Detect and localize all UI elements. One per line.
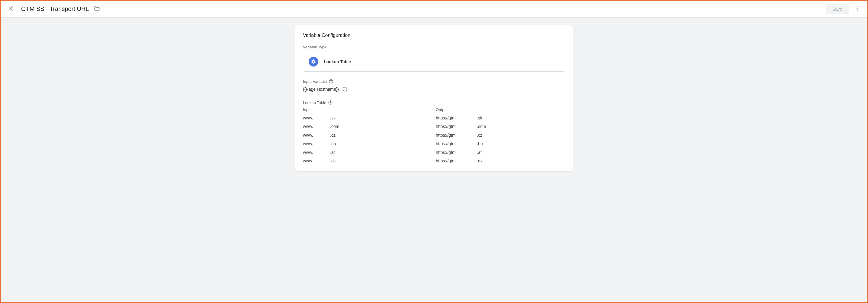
output-cell: https://gtm..com bbox=[436, 123, 565, 130]
output-suffix: .cz bbox=[477, 132, 482, 138]
input-cell: www..dk bbox=[303, 158, 436, 164]
variable-type-label-text: Variable Type bbox=[303, 45, 327, 49]
lookup-table-label: Lookup Table bbox=[303, 100, 565, 105]
close-button[interactable] bbox=[5, 3, 17, 15]
output-prefix: https://gtm. bbox=[436, 140, 477, 147]
editor-header: GTM SS - Transport URL Save bbox=[1, 1, 867, 18]
input-prefix: www. bbox=[303, 149, 330, 156]
input-variable-label: Input Variable bbox=[303, 79, 565, 84]
folder-icon bbox=[94, 5, 100, 13]
output-cell: https://gtm..hu bbox=[436, 140, 565, 147]
more-menu-button[interactable] bbox=[851, 3, 863, 15]
page-title[interactable]: GTM SS - Transport URL bbox=[21, 5, 89, 12]
output-suffix: .hu bbox=[477, 140, 483, 147]
variable-type-selector[interactable]: Lookup Table bbox=[303, 52, 565, 72]
gear-icon bbox=[309, 57, 318, 66]
info-icon[interactable] bbox=[342, 86, 348, 92]
variable-type-name: Lookup Table bbox=[324, 59, 351, 64]
output-suffix: .com bbox=[477, 123, 486, 130]
input-variable-value: {{Page Hostname}} bbox=[303, 87, 339, 92]
help-icon[interactable] bbox=[329, 79, 334, 84]
input-cell: www..at bbox=[303, 149, 436, 156]
lookup-table-body: www..skhttps://gtm..skwww..comhttps://gt… bbox=[303, 114, 565, 165]
input-suffix: .sk bbox=[330, 115, 336, 121]
input-suffix: .com bbox=[330, 123, 339, 130]
input-suffix: .hu bbox=[330, 140, 336, 147]
more-vert-icon bbox=[854, 5, 860, 13]
input-variable-row: {{Page Hostname}} bbox=[303, 86, 565, 92]
table-row: www..czhttps://gtm..cz bbox=[303, 131, 565, 139]
input-variable-label-text: Input Variable bbox=[303, 79, 327, 84]
column-header-output: Output bbox=[436, 107, 565, 112]
input-cell: www..cz bbox=[303, 132, 436, 138]
variable-type-label: Variable Type bbox=[303, 45, 565, 49]
input-prefix: www. bbox=[303, 140, 330, 147]
input-suffix: .dk bbox=[330, 158, 336, 164]
input-prefix: www. bbox=[303, 123, 330, 130]
input-cell: www..hu bbox=[303, 140, 436, 147]
content-area: Variable Configuration Variable Type Loo… bbox=[1, 18, 867, 302]
svg-point-6 bbox=[331, 82, 331, 83]
input-suffix: .cz bbox=[330, 132, 336, 138]
variable-config-card: Variable Configuration Variable Type Loo… bbox=[295, 25, 573, 171]
table-row: www..skhttps://gtm..sk bbox=[303, 114, 565, 122]
output-cell: https://gtm..dk bbox=[436, 158, 565, 164]
input-prefix: www. bbox=[303, 132, 330, 138]
svg-point-3 bbox=[857, 8, 858, 9]
lookup-table-headers: Input Output bbox=[303, 107, 565, 112]
input-prefix: www. bbox=[303, 158, 330, 164]
output-cell: https://gtm..sk bbox=[436, 115, 565, 121]
card-title: Variable Configuration bbox=[303, 33, 565, 38]
output-cell: https://gtm..at bbox=[436, 149, 565, 156]
output-suffix: .at bbox=[477, 149, 482, 156]
output-prefix: https://gtm. bbox=[436, 149, 477, 156]
table-row: www..huhttps://gtm..hu bbox=[303, 139, 565, 148]
input-cell: www..com bbox=[303, 123, 436, 130]
output-prefix: https://gtm. bbox=[436, 132, 477, 138]
lookup-table-label-text: Lookup Table bbox=[303, 101, 326, 105]
output-prefix: https://gtm. bbox=[436, 115, 477, 121]
svg-point-2 bbox=[857, 6, 858, 7]
input-cell: www..sk bbox=[303, 115, 436, 121]
output-cell: https://gtm..cz bbox=[436, 132, 565, 138]
close-icon bbox=[8, 5, 14, 13]
folder-button[interactable] bbox=[92, 4, 102, 15]
input-suffix: .at bbox=[330, 149, 335, 156]
output-suffix: .sk bbox=[477, 115, 482, 121]
output-prefix: https://gtm. bbox=[436, 158, 477, 164]
help-icon[interactable] bbox=[328, 100, 333, 105]
column-header-input: Input bbox=[303, 107, 436, 112]
output-prefix: https://gtm. bbox=[436, 123, 477, 130]
table-row: www..comhttps://gtm..com bbox=[303, 122, 565, 131]
save-button[interactable]: Save bbox=[826, 4, 849, 14]
table-row: www..athttps://gtm..at bbox=[303, 148, 565, 157]
svg-point-4 bbox=[857, 10, 858, 10]
input-prefix: www. bbox=[303, 115, 330, 121]
table-row: www..dkhttps://gtm..dk bbox=[303, 157, 565, 165]
output-suffix: .dk bbox=[477, 158, 483, 164]
